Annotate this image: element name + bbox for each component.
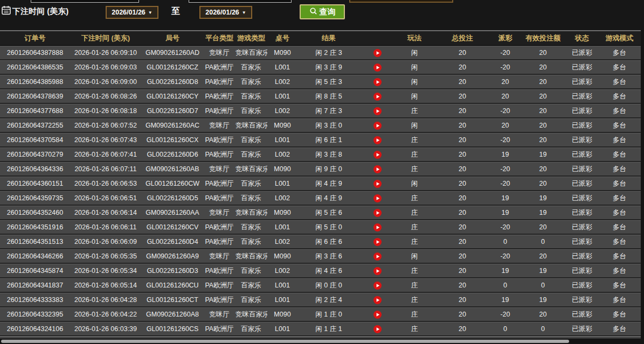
table-id: L002 — [267, 75, 297, 89]
replay-play-icon[interactable] — [373, 252, 382, 261]
round-id: GL001261260CZ — [141, 60, 204, 75]
col-header-game-mode: 游戏模式 — [598, 30, 641, 46]
status: 已派彩 — [566, 249, 598, 264]
date-to-select[interactable]: 2026/01/26 ▼ — [199, 6, 252, 19]
replay-play-icon[interactable] — [373, 223, 382, 231]
table-row: 260126064351916 2026-01-26 06:06:11 GL00… — [0, 220, 641, 235]
replay-play-icon[interactable] — [373, 93, 382, 101]
total-bet: 20 — [434, 162, 490, 177]
replay-play-icon[interactable] — [373, 122, 382, 130]
bet-type: 庄 — [394, 206, 434, 220]
replay-cell — [360, 307, 394, 322]
table-id: L001 — [267, 60, 297, 75]
horizontal-scrollbar[interactable] — [0, 339, 644, 344]
round-id: GM090261260AA — [141, 206, 204, 220]
replay-play-icon[interactable] — [373, 209, 382, 217]
replay-play-icon[interactable] — [373, 296, 382, 304]
replay-play-icon[interactable] — [373, 194, 382, 202]
table-row: 260126064324106 2026-01-26 06:03:39 GL00… — [0, 322, 641, 336]
payout: 19 — [490, 148, 520, 162]
status: 已派彩 — [566, 162, 598, 177]
replay-play-icon[interactable] — [373, 107, 382, 115]
scrollbar-thumb[interactable] — [1, 340, 569, 343]
game-type: 百家乐 — [235, 293, 267, 307]
status: 已派彩 — [566, 307, 598, 322]
valid-bet: 0 — [520, 235, 566, 249]
game-mode: 多台 — [598, 322, 641, 336]
bet-time: 2026-01-26 06:08:26 — [70, 89, 141, 104]
records-table: 订单号 下注时间 (美东) 局号 平台类型 游戏类型 桌号 结果 玩法 总投注 … — [0, 30, 641, 344]
total-bet: 20 — [434, 46, 490, 60]
query-button[interactable]: 查询 — [300, 4, 345, 19]
replay-play-icon[interactable] — [373, 151, 382, 159]
replay-play-icon[interactable] — [373, 282, 382, 290]
bet-type: 庄 — [394, 307, 434, 322]
replay-play-icon[interactable] — [373, 180, 382, 188]
game-result: 闲 3 庄 0 — [297, 118, 360, 133]
game-type: 竞咪百家乐 — [235, 206, 267, 220]
bet-type: 庄 — [394, 162, 434, 177]
replay-play-icon[interactable] — [373, 64, 382, 72]
total-bet: 20 — [434, 235, 490, 249]
truncated-input-3 — [349, 0, 453, 3]
replay-play-icon[interactable] — [373, 165, 382, 173]
order-id: 260126064351916 — [0, 220, 70, 235]
replay-play-icon[interactable] — [373, 238, 382, 246]
game-type: 百家乐 — [235, 75, 267, 89]
total-bet: 20 — [434, 133, 490, 148]
table-row: 260126064386535 2026-01-26 06:09:03 GL00… — [0, 60, 641, 75]
col-header-bet-time: 下注时间 (美东) — [70, 30, 141, 46]
replay-play-icon[interactable] — [373, 78, 382, 86]
table-id: L002 — [267, 104, 297, 118]
replay-play-icon[interactable] — [373, 311, 382, 319]
payout: 20 — [490, 118, 520, 133]
order-id: 260126064372255 — [0, 118, 70, 133]
col-header-bet-type: 玩法 — [394, 30, 434, 46]
game-type: 竞咪百家乐 — [235, 307, 267, 322]
table-row: 260126064359735 2026-01-26 06:06:51 GL00… — [0, 191, 641, 206]
replay-play-icon[interactable] — [373, 136, 382, 144]
game-result: 闲 9 庄 0 — [297, 162, 360, 177]
platform-type: PA欧洲厅 — [204, 177, 235, 191]
game-result: 闲 2 庄 3 — [297, 46, 360, 60]
valid-bet: 20 — [520, 162, 566, 177]
status: 已派彩 — [566, 293, 598, 307]
round-id: GL001261260CU — [141, 278, 204, 293]
valid-bet: 20 — [520, 75, 566, 89]
round-id: GL001261260CX — [141, 133, 204, 148]
valid-bet: 20 — [520, 249, 566, 264]
order-id: 260126064324106 — [0, 322, 70, 336]
valid-bet: 19 — [520, 206, 566, 220]
col-header-replay — [360, 30, 394, 46]
game-type: 竞咪百家乐 — [235, 46, 267, 60]
platform-type: PA欧洲厅 — [204, 60, 235, 75]
truncated-input-1 — [31, 0, 139, 3]
game-mode: 多台 — [598, 133, 641, 148]
status: 已派彩 — [566, 264, 598, 278]
game-result: 闲 6 庄 1 — [297, 133, 360, 148]
status: 已派彩 — [566, 133, 598, 148]
valid-bet: 20 — [520, 177, 566, 191]
col-header-round: 局号 — [141, 30, 204, 46]
platform-type: 竞咪厅 — [204, 249, 235, 264]
replay-cell — [360, 278, 394, 293]
date-from-select[interactable]: 2026/01/26 ▼ — [106, 6, 158, 19]
table-id: L001 — [267, 220, 297, 235]
game-type: 百家乐 — [235, 148, 267, 162]
replay-play-icon[interactable] — [373, 49, 382, 57]
game-result: 闲 1 庄 0 — [297, 307, 360, 322]
payout: 0 — [490, 322, 520, 336]
round-id: GL001261260CT — [141, 293, 204, 307]
table-id: L002 — [267, 235, 297, 249]
table-id: L002 — [267, 148, 297, 162]
table-id: M090 — [267, 162, 297, 177]
game-result: 闲 3 庄 8 — [297, 148, 360, 162]
replay-play-icon[interactable] — [373, 325, 382, 333]
round-id: GM090261260AC — [141, 118, 204, 133]
bet-time: 2026-01-26 06:06:11 — [70, 220, 141, 235]
order-id: 260126064333383 — [0, 293, 70, 307]
valid-bet: 20 — [520, 89, 566, 104]
replay-cell — [360, 206, 394, 220]
replay-play-icon[interactable] — [373, 267, 382, 275]
payout: -20 — [490, 307, 520, 322]
